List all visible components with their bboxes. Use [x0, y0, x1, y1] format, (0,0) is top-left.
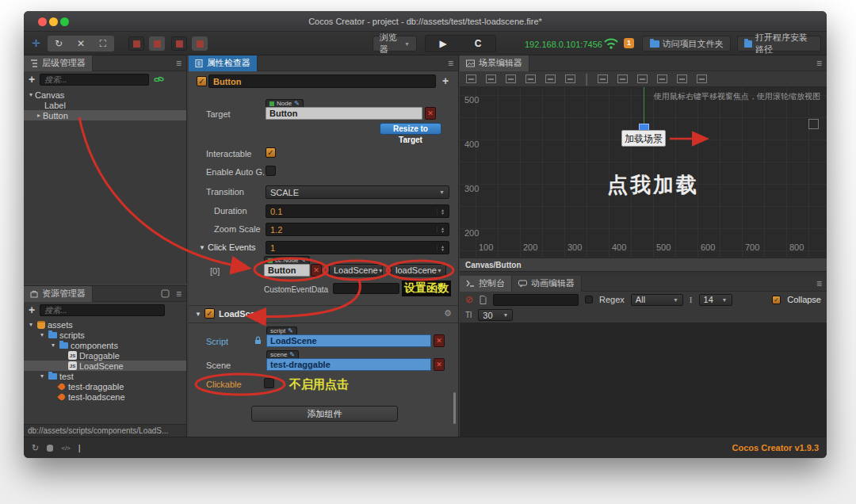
tab-console[interactable]: 控制台 [460, 276, 512, 292]
target-field[interactable]: Button [266, 107, 422, 120]
console-filter-input[interactable] [493, 294, 579, 306]
clear-script-button[interactable]: ✕ [434, 334, 445, 347]
toggle-3-icon[interactable] [171, 36, 187, 51]
custom-event-data-field[interactable] [333, 283, 399, 294]
tab-inspector[interactable]: 属性检查器 [189, 55, 258, 71]
collapse-arrow-icon[interactable]: ▼ [199, 244, 205, 251]
duration-field[interactable]: 0.1▲▼ [266, 204, 449, 218]
new-asset-icon[interactable] [161, 289, 170, 298]
tree-item-loadscene[interactable]: JSLoadScene [24, 361, 186, 371]
distribute-center-icon[interactable] [677, 74, 687, 83]
font-size-dropdown[interactable]: 14▼ [699, 294, 732, 306]
scale-tool-icon[interactable]: ✕ [70, 36, 92, 52]
toggle-4-icon[interactable] [192, 36, 208, 51]
tree-node-label[interactable]: Label [24, 100, 186, 110]
tree-node-button[interactable]: ▸Button [24, 110, 186, 120]
stepper-icon[interactable]: ▲▼ [437, 245, 445, 251]
clear-scene-button[interactable]: ✕ [434, 358, 445, 371]
play-button[interactable]: ▶ [426, 36, 460, 52]
gizmo-cube-icon[interactable] [808, 119, 819, 129]
rect-tool-icon[interactable]: ⛶ [92, 36, 114, 52]
tab-scene-editor[interactable]: 场景编辑器 [460, 55, 529, 71]
enable-auto-checkbox[interactable] [266, 166, 276, 176]
toggle-1-icon[interactable] [128, 36, 144, 51]
tree-node-canvas[interactable]: ▾Canvas [24, 90, 186, 100]
scene-field[interactable]: test-draggable [266, 358, 431, 371]
tree-item-draggable[interactable]: JSDraggable [24, 350, 186, 361]
tab-assets[interactable]: 资源管理器 [24, 286, 93, 302]
event-handler-dropdown[interactable]: loadScene▼ [391, 264, 446, 277]
create-node-button[interactable]: + [29, 73, 35, 86]
refresh-status-icon[interactable]: ↻ [32, 443, 39, 453]
rotate-tool-icon[interactable]: ↻ [48, 36, 70, 52]
notification-badge[interactable]: 1 [624, 38, 634, 48]
transition-dropdown[interactable]: SCALE▼ [266, 185, 449, 199]
align-middle-icon[interactable] [545, 74, 556, 83]
link-icon[interactable] [154, 75, 164, 84]
panel-menu-icon[interactable]: ≡ [816, 58, 822, 69]
add-property-button[interactable]: + [442, 74, 449, 87]
script-field[interactable]: LoadScene [266, 334, 431, 347]
zoom-scale-field[interactable]: 1.2▲▼ [266, 223, 449, 236]
collapse-arrow-icon[interactable]: ▼ [195, 311, 201, 318]
browser-select[interactable]: 浏览器 ▼ [373, 36, 417, 52]
scene-viewport[interactable]: 使用鼠标右键平移视窗焦点，使用滚轮缩放视图 500 400 300 200 10… [460, 87, 827, 258]
create-asset-button[interactable]: + [29, 304, 35, 316]
resize-to-target-button[interactable]: Resize to Target [380, 123, 441, 135]
clickable-checkbox[interactable] [264, 378, 274, 388]
clear-console-icon[interactable]: ⊘ [465, 294, 473, 305]
log-level-dropdown[interactable]: All▼ [631, 294, 683, 306]
event-node-field[interactable]: Button [264, 264, 310, 277]
distribute-top-icon[interactable] [598, 74, 608, 83]
database-icon[interactable] [47, 445, 53, 452]
inspector-scrollbar[interactable] [453, 392, 456, 424]
expand-arrow-icon[interactable]: ▾ [27, 321, 35, 328]
click-events-count-field[interactable]: 1▲▼ [266, 241, 449, 254]
tree-item-test-draggable[interactable]: test-draggable [24, 381, 186, 391]
distribute-bottom-icon[interactable] [637, 74, 648, 83]
tree-item-assets[interactable]: ▾assets [24, 319, 186, 330]
panel-menu-icon[interactable]: ≡ [176, 288, 182, 300]
align-bottom-icon[interactable] [565, 74, 575, 83]
stepper-icon[interactable]: ▲▼ [437, 227, 445, 233]
expand-arrow-icon[interactable]: ▾ [49, 342, 57, 349]
loadscene-enabled-checkbox[interactable]: ✓ [204, 308, 215, 319]
align-left-icon[interactable] [466, 74, 476, 83]
scene-button-node[interactable]: 加载场景 [621, 130, 666, 147]
event-component-dropdown[interactable]: LoadScene▼ [329, 264, 383, 277]
panel-menu-icon[interactable]: ≡ [816, 278, 822, 289]
align-top-icon[interactable] [525, 74, 536, 83]
align-right-icon[interactable] [506, 74, 516, 83]
refresh-button[interactable]: C [460, 36, 495, 52]
panel-menu-icon[interactable]: ≡ [448, 58, 453, 69]
node-name-field[interactable]: Button [208, 74, 436, 88]
tree-item-test-loadscene[interactable]: test-loadscene [24, 391, 186, 402]
tree-item-test[interactable]: ▾test [24, 371, 186, 381]
tree-item-components[interactable]: ▾components [24, 340, 186, 350]
search-input[interactable] [40, 74, 149, 86]
regex-checkbox[interactable] [585, 296, 593, 304]
console-output[interactable] [460, 323, 827, 437]
tab-animation-editor[interactable]: 动画编辑器 [512, 276, 582, 292]
expand-arrow-icon[interactable]: ▾ [38, 331, 46, 338]
stepper-icon[interactable]: ▲▼ [437, 208, 445, 215]
interactable-checkbox[interactable]: ✓ [266, 147, 276, 158]
expand-arrow-icon[interactable]: ▾ [27, 91, 35, 98]
clear-target-button[interactable]: ✕ [425, 107, 436, 120]
collapse-checkbox[interactable]: ✓ [772, 296, 781, 304]
open-project-folder-button[interactable]: 访问项目文件夹 [642, 36, 731, 52]
distribute-middle-icon[interactable] [617, 74, 628, 83]
node-active-checkbox[interactable]: ✓ [197, 76, 207, 86]
tree-item-scripts[interactable]: ▾scripts [24, 330, 186, 340]
align-center-h-icon[interactable] [486, 74, 496, 83]
toggle-2-icon[interactable] [149, 36, 165, 51]
search-input[interactable] [40, 304, 165, 316]
move-tool-icon[interactable]: ✛ [32, 37, 40, 49]
panel-menu-icon[interactable]: ≡ [176, 58, 182, 69]
add-component-button[interactable]: 添加组件 [251, 406, 398, 422]
line-count-dropdown[interactable]: 30▼ [478, 309, 513, 321]
gear-icon[interactable]: ⚙ [444, 308, 452, 319]
clear-event-node-button[interactable]: ✕ [311, 264, 322, 277]
collapsed-arrow-icon[interactable]: ▸ [35, 112, 43, 119]
distribute-left-icon[interactable] [657, 74, 667, 83]
